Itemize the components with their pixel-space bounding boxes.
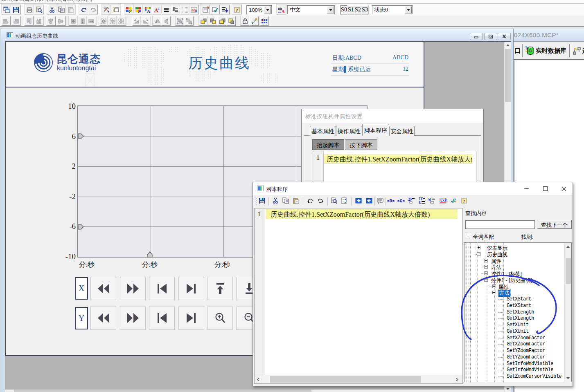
toolbar-paste-button[interactable] bbox=[66, 5, 75, 14]
tab-user-window-partial[interactable]: 口 bbox=[514, 47, 521, 55]
toolbar-center-horizontal-button[interactable] bbox=[56, 16, 65, 26]
toolbar-toolbox-button[interactable] bbox=[101, 5, 111, 14]
toolbar-help-button[interactable]: ? bbox=[232, 5, 241, 14]
dialog-script-line[interactable]: 历史曲线.控件1.SetXZoomFactor(历史曲线X轴放大倍数) bbox=[324, 155, 472, 164]
tree-item--[interactable]: 仪表显示 bbox=[464, 244, 571, 251]
script-toolbar-doc-format-button[interactable] bbox=[339, 196, 349, 206]
script-toolbar-if-else-button[interactable]: IFE bbox=[417, 196, 427, 206]
tree-item-label[interactable]: SetXZoomFactor bbox=[507, 335, 545, 341]
tree-item-label[interactable]: SetXUnit bbox=[507, 322, 529, 328]
toolbar-undo-button[interactable] bbox=[79, 5, 88, 14]
tree-item-setxzoomfactor[interactable]: SetXZoomFactor bbox=[464, 335, 571, 341]
status-combobox[interactable]: 状态0 bbox=[372, 5, 413, 14]
raise-script-button[interactable]: 抬起脚本 bbox=[312, 139, 344, 150]
toolbar-anim-palette-button[interactable] bbox=[124, 5, 134, 14]
toolbar-window-frame-button[interactable] bbox=[111, 5, 120, 14]
toolbar-text-grid-button[interactable]: A bbox=[143, 5, 152, 14]
y-zoom-in-button[interactable] bbox=[207, 307, 233, 330]
script-editor[interactable]: 1 历史曲线.控件1.SetXZoomFactor(历史曲线X轴放大倍数) bbox=[254, 208, 463, 384]
y-skip-to-end-button[interactable] bbox=[178, 307, 204, 330]
dialog-tab-3[interactable]: 脚本程序 bbox=[362, 124, 389, 136]
toolbar-grid-setting-button[interactable] bbox=[259, 16, 269, 26]
horizontal-scroll-thumb[interactable] bbox=[14, 390, 311, 392]
restore-button[interactable] bbox=[484, 33, 497, 40]
main-window-titlebar[interactable]: 动画组态历史曲线 bbox=[1, 29, 513, 41]
toolbar-hlines-button[interactable] bbox=[162, 5, 171, 14]
scroll-down-button[interactable] bbox=[505, 385, 511, 392]
script-toolbar-tag-d-button[interactable]: <D> bbox=[386, 196, 396, 206]
script-toolbar-redo-button[interactable] bbox=[316, 196, 326, 206]
toolbar-center-vertical-button[interactable] bbox=[46, 16, 56, 26]
state-button-s3[interactable]: S3 bbox=[361, 5, 368, 14]
script-toolbar-goto-prev-button[interactable] bbox=[364, 196, 374, 206]
toolbar-rotate-right-button[interactable] bbox=[141, 16, 150, 26]
tree-item-getinfowndvisible[interactable]: GetInfoWndVisible bbox=[464, 367, 571, 373]
script-toolbar-cut-button[interactable] bbox=[271, 196, 281, 206]
tree-expander-minus[interactable] bbox=[484, 278, 488, 282]
tree-item--[interactable]: 方法 bbox=[464, 289, 571, 296]
script-toolbar-goto-next-button[interactable] bbox=[354, 196, 364, 206]
toolbar-save-button[interactable] bbox=[11, 5, 20, 14]
tree-item-label[interactable]: SetInfoWndVisible bbox=[507, 361, 553, 367]
toolbar-dot-grid-button[interactable] bbox=[180, 5, 189, 14]
tree-item-setyzoomfactor[interactable]: SetYZoomFactor bbox=[464, 347, 571, 354]
zoom-combobox[interactable]: 100% bbox=[246, 5, 272, 14]
script-toolbar-tag-g-button[interactable]: <G> bbox=[396, 196, 406, 206]
toolbar-window-center-v-button[interactable] bbox=[108, 16, 117, 26]
tree-expander-plus[interactable] bbox=[484, 271, 488, 275]
tab-realtime-database[interactable]: 实时数据库 bbox=[536, 47, 566, 55]
tree-item-setinfowndvisible[interactable]: SetInfoWndVisible bbox=[464, 361, 571, 367]
toolbar-print-preview-button[interactable] bbox=[34, 5, 43, 14]
toolbar-bring-forward-button[interactable] bbox=[217, 16, 227, 26]
toolbar-ab-image-button[interactable]: ab bbox=[189, 5, 199, 14]
editor-horizontal-scrollbar[interactable] bbox=[255, 375, 462, 383]
editor-panel-divider[interactable] bbox=[463, 208, 463, 384]
tree-expander-plus[interactable] bbox=[477, 246, 480, 249]
tree-item-label[interactable]: GetInfoWndVisible bbox=[507, 367, 553, 373]
toolbar-language-style-button[interactable]: 中A bbox=[277, 5, 286, 14]
tree-expander-plus[interactable] bbox=[484, 265, 488, 269]
toolbar-cut-button[interactable] bbox=[47, 5, 56, 14]
script-toolbar-save-button[interactable] bbox=[257, 196, 267, 206]
minimize-button[interactable] bbox=[470, 33, 483, 40]
script-close-button[interactable] bbox=[556, 182, 572, 195]
toolbar-ungroup-button[interactable] bbox=[184, 16, 194, 26]
state-button-s0[interactable]: S0 bbox=[340, 5, 347, 14]
tree-item-label[interactable]: SetXStart bbox=[507, 296, 531, 302]
tree-item--[interactable]: 属性 bbox=[464, 283, 571, 290]
toolbar-paint-palette-button[interactable] bbox=[134, 5, 143, 14]
script-toolbar-exit-button[interactable]: Exit bbox=[438, 196, 448, 206]
tree-expander-minus[interactable] bbox=[492, 291, 496, 294]
toolbar-window-center-button[interactable] bbox=[117, 16, 126, 26]
x-skip-to-end-button[interactable] bbox=[178, 277, 204, 300]
tree-item-label[interactable]: SetYZoomFactor bbox=[507, 348, 545, 354]
tree-item-label[interactable]: GetXZoomFactor bbox=[507, 341, 545, 347]
script-toolbar-while-button[interactable]: W bbox=[427, 196, 437, 206]
editor-scroll-left[interactable] bbox=[255, 375, 262, 383]
toolbar-same-width-button[interactable] bbox=[87, 16, 96, 26]
dialog-tab-4[interactable]: 安全属性 bbox=[389, 126, 415, 136]
toolbar-window-center-h-button[interactable] bbox=[99, 16, 108, 26]
state-button-s1[interactable]: S1 bbox=[347, 5, 354, 14]
x-skip-to-start-button[interactable] bbox=[149, 277, 175, 300]
y-rewind-button[interactable] bbox=[90, 307, 116, 330]
tree-item--[interactable]: 历史曲线 bbox=[464, 251, 571, 258]
tree-expander-plus[interactable] bbox=[492, 284, 496, 288]
toolbar-new-button[interactable] bbox=[2, 5, 11, 14]
tab-run-strategy-partial[interactable]: 运 bbox=[582, 47, 584, 55]
tree-scrollbar[interactable] bbox=[564, 243, 571, 382]
toolbar-flip-horizontal-button[interactable] bbox=[153, 16, 162, 26]
toolbar-same-height-button[interactable] bbox=[78, 16, 87, 26]
tree-item-setzoomcursorvisible[interactable]: SetZoomCursorVisible bbox=[464, 373, 571, 380]
toolbar-sort-down-button[interactable] bbox=[220, 5, 230, 14]
tree-item-getxunit[interactable]: GetXUnit bbox=[464, 328, 571, 335]
toolbar-copy-button[interactable] bbox=[56, 5, 66, 14]
x-move-to-top-button[interactable] bbox=[207, 277, 233, 300]
toolbar-send-backward-button[interactable] bbox=[226, 16, 236, 26]
tree-item-label[interactable]: SetZoomCursorVisible bbox=[507, 374, 561, 379]
press-script-button[interactable]: 按下脚本 bbox=[345, 139, 377, 150]
status-dropdown-arrow[interactable] bbox=[405, 6, 412, 13]
find-next-button[interactable]: 查找下一个 bbox=[537, 220, 572, 229]
scroll-up-button[interactable] bbox=[505, 42, 511, 49]
script-toolbar-if-then-button[interactable]: IF bbox=[406, 196, 417, 206]
